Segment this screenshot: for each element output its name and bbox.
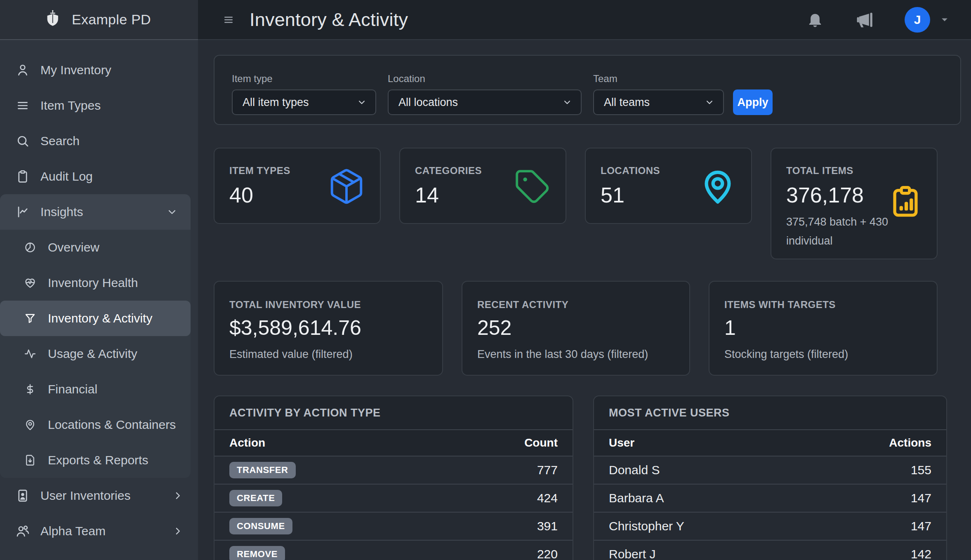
pie-chart-icon	[23, 241, 37, 254]
table-title: ACTIVITY BY ACTION TYPE	[214, 396, 573, 430]
sidebar-item-user-inventories[interactable]: User Inventories	[0, 478, 198, 513]
sidebar-item-overview[interactable]: Overview	[0, 230, 191, 265]
stat-subtext: 375,748 batch + 430 individual	[786, 213, 891, 251]
sidebar-item-label: User Inventories	[40, 489, 130, 503]
stat-value: $3,589,614.76	[229, 316, 427, 339]
user-name: Robert J	[609, 547, 655, 560]
sidebar-item-label: Overview	[48, 240, 99, 254]
table-row[interactable]: Christopher Y 147	[594, 513, 946, 541]
apply-button[interactable]: Apply	[733, 89, 773, 115]
stat-card-total-items: TOTAL ITEMS 376,178 375,748 batch + 430 …	[771, 148, 938, 259]
table-row[interactable]: Barbara A 147	[594, 485, 946, 513]
heart-pulse-icon	[23, 277, 37, 289]
chevron-down-icon	[562, 97, 573, 108]
filter-location: Location All locations	[388, 73, 582, 115]
actions-value: 147	[911, 491, 931, 505]
column-header-count: Count	[524, 436, 558, 449]
item-type-select[interactable]: All item types	[232, 89, 376, 115]
item-type-value: All item types	[243, 96, 309, 109]
sidebar-item-label: Alpha Team	[40, 524, 106, 538]
sidebar-item-label: My Inventory	[40, 63, 111, 77]
sidebar-item-alpha-team[interactable]: Alpha Team	[0, 513, 198, 549]
item-type-label: Item type	[232, 73, 376, 85]
count-value: 424	[537, 491, 558, 505]
clipboard-chart-icon	[888, 185, 923, 220]
team-select[interactable]: All teams	[593, 89, 724, 115]
stat-card-item-types: ITEM TYPES 40	[214, 148, 381, 224]
sidebar-item-item-types[interactable]: Item Types	[0, 88, 198, 123]
chevron-down-icon	[704, 97, 715, 108]
sidebar-item-audit-log[interactable]: Audit Log	[0, 159, 198, 194]
filter-item-type: Item type All item types	[232, 73, 376, 115]
topbar: Inventory & Activity J	[198, 0, 971, 40]
sidebar-item-inventory-activity[interactable]: Inventory & Activity	[0, 301, 191, 336]
insights-subnav: Overview Inventory Health	[0, 230, 191, 478]
map-pin-icon	[698, 167, 737, 206]
notifications-bell-icon[interactable]	[806, 11, 824, 28]
sidebar-item-label: Inventory Health	[48, 276, 138, 290]
action-badge: REMOVE	[229, 546, 285, 560]
table-row[interactable]: CONSUME 391	[214, 513, 573, 541]
activity-pulse-icon	[23, 348, 37, 360]
sidebar-item-usage-activity[interactable]: Usage & Activity	[0, 336, 191, 372]
user-name: Barbara A	[609, 491, 664, 505]
clipboard-icon	[16, 169, 30, 184]
table-row[interactable]: TRANSFER 777	[214, 456, 573, 485]
sidebar-item-insights[interactable]: Insights	[0, 194, 191, 230]
location-value: All locations	[398, 96, 458, 109]
chevron-right-icon	[172, 489, 184, 502]
chevron-right-icon	[172, 525, 184, 537]
filter-team: Team All teams	[593, 73, 724, 115]
app-root: Example PD My Inventory Item Types	[0, 0, 971, 560]
location-label: Location	[388, 73, 582, 85]
dollar-icon	[23, 383, 37, 395]
sidebar-item-exports-reports[interactable]: Exports & Reports	[0, 442, 191, 478]
search-icon	[16, 134, 30, 148]
sidebar-item-search[interactable]: Search	[0, 123, 198, 159]
stats-row-2: TOTAL INVENTORY VALUE $3,589,614.76 Esti…	[214, 281, 971, 376]
table-row[interactable]: CREATE 424	[214, 485, 573, 513]
action-badge: TRANSFER	[229, 462, 296, 478]
sidebar-item-label: Audit Log	[40, 169, 93, 184]
sidebar-item-my-inventory[interactable]: My Inventory	[0, 52, 198, 88]
sidebar-item-label: Search	[40, 134, 80, 148]
sidebar: Example PD My Inventory Item Types	[0, 0, 198, 560]
menu-toggle-button[interactable]	[222, 14, 235, 26]
action-badge: CONSUME	[229, 518, 292, 534]
map-pin-icon	[23, 419, 37, 431]
list-icon	[16, 99, 30, 113]
table-row[interactable]: Robert J 142	[594, 541, 946, 560]
sidebar-item-label: Locations & Containers	[48, 418, 176, 432]
actions-value: 147	[911, 519, 931, 533]
sidebar-item-locations-containers[interactable]: Locations & Containers	[0, 407, 191, 442]
location-select[interactable]: All locations	[388, 89, 582, 115]
sidebar-item-inventory-health[interactable]: Inventory Health	[0, 265, 191, 301]
app-logo: Example PD	[0, 0, 198, 40]
avatar-initial: J	[914, 13, 921, 27]
page-title: Inventory & Activity	[250, 9, 408, 31]
stat-card-total-value: TOTAL INVENTORY VALUE $3,589,614.76 Esti…	[214, 281, 443, 376]
sidebar-item-financial[interactable]: Financial	[0, 372, 191, 407]
user-avatar[interactable]: J	[905, 7, 930, 33]
file-download-icon	[23, 454, 37, 466]
actions-value: 155	[911, 463, 931, 477]
stat-subtext: Events in the last 30 days (filtered)	[477, 345, 674, 364]
chart-line-icon	[16, 205, 30, 219]
caret-down-icon[interactable]	[938, 14, 951, 26]
table-title: MOST ACTIVE USERS	[594, 396, 946, 430]
sidebar-item-label: Item Types	[40, 99, 101, 113]
announcements-megaphone-icon[interactable]	[855, 10, 874, 29]
stat-subtext: Estimated value (filtered)	[229, 345, 427, 364]
user-icon	[16, 63, 30, 77]
stat-label: ITEMS WITH TARGETS	[724, 299, 922, 311]
table-row[interactable]: REMOVE 220	[214, 541, 573, 560]
chevron-down-icon	[166, 206, 178, 218]
action-badge: CREATE	[229, 490, 282, 506]
insights-group: Insights Overview	[0, 194, 191, 478]
table-row[interactable]: Donald S 155	[594, 456, 946, 485]
sidebar-item-label: Usage & Activity	[48, 347, 137, 361]
sidebar-item-label: Inventory & Activity	[48, 311, 152, 325]
count-value: 220	[537, 547, 558, 560]
column-header-actions: Actions	[889, 436, 931, 449]
activity-by-action-type-table: ACTIVITY BY ACTION TYPE Action Count TRA…	[214, 395, 573, 560]
